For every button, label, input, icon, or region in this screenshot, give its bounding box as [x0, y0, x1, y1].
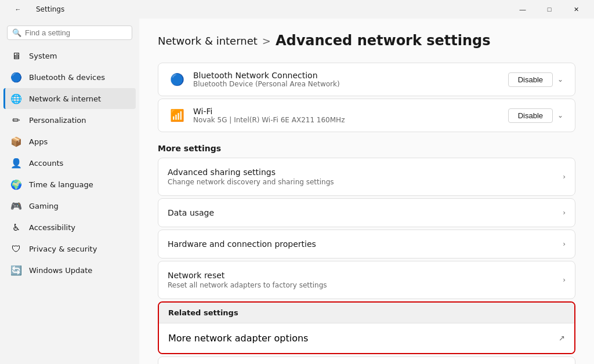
sidebar-item-gaming[interactable]: 🎮 Gaming	[3, 195, 136, 216]
advanced-sharing-desc: Change network discovery and sharing set…	[168, 178, 334, 186]
breadcrumb-parent: Network & internet	[158, 35, 258, 47]
wifi-icon: 📶	[168, 106, 186, 125]
settings-row-data-usage[interactable]: Data usage ›	[158, 198, 575, 227]
data-usage-chevron-icon: ›	[563, 209, 566, 217]
sidebar-item-network[interactable]: 🌐 Network & internet	[3, 88, 136, 109]
sidebar-label-privacy: Privacy & security	[29, 245, 97, 253]
settings-row-network-reset[interactable]: Network reset Reset all network adapters…	[158, 261, 575, 299]
titlebar-title: Settings	[36, 5, 64, 13]
advanced-sharing-title: Advanced sharing settings	[168, 168, 334, 177]
gaming-icon: 🎮	[10, 200, 22, 212]
network-card-wifi: 📶 Wi-Fi Novak 5G | Intel(R) Wi-Fi 6E AX2…	[158, 99, 575, 132]
network-reset-text: Network reset Reset all network adapters…	[168, 271, 327, 289]
bluetooth-desc: Bluetooth Device (Personal Area Network)	[193, 80, 501, 88]
related-settings-header: Related settings	[159, 303, 574, 323]
system-icon: 🖥	[10, 50, 22, 61]
sidebar-label-update: Windows Update	[29, 266, 92, 275]
time-icon: 🌍	[10, 179, 22, 190]
sidebar-item-update[interactable]: 🔄 Windows Update	[3, 260, 136, 281]
wifi-disable-button[interactable]: Disable	[508, 108, 553, 123]
advanced-sharing-text: Advanced sharing settings Change network…	[168, 168, 334, 186]
personalization-icon: ✏	[10, 114, 22, 126]
network-adapter-options-external-icon: ↗	[559, 334, 565, 343]
sidebar-items-container: 🖥 System 🔵 Bluetooth & devices 🌐 Network…	[0, 45, 139, 281]
bluetooth-icon: 🔵	[10, 71, 22, 83]
breadcrumb-separator: >	[262, 35, 271, 47]
sidebar-item-system[interactable]: 🖥 System	[3, 45, 136, 66]
sidebar-item-personalization[interactable]: ✏ Personalization	[3, 110, 136, 130]
network-adapters-list: 🔵 Bluetooth Network Connection Bluetooth…	[158, 63, 575, 132]
settings-row-hardware-connection[interactable]: Hardware and connection properties ›	[158, 230, 575, 259]
sidebar-label-personalization: Personalization	[29, 116, 86, 125]
settings-row-advanced-sharing[interactable]: Advanced sharing settings Change network…	[158, 158, 575, 196]
sidebar-label-bluetooth: Bluetooth & devices	[29, 73, 105, 82]
sidebar-label-network: Network & internet	[29, 94, 101, 103]
related-settings-section: Related settings More network adapter op…	[158, 301, 575, 354]
network-reset-chevron-icon: ›	[563, 276, 566, 284]
related-settings-list: More network adapter options ↗	[159, 323, 574, 353]
sidebar-item-accounts[interactable]: 👤 Accounts	[3, 152, 136, 173]
bluetooth-icon: 🔵	[168, 70, 186, 89]
search-input[interactable]	[25, 28, 127, 37]
bluetooth-name: Bluetooth Network Connection	[193, 71, 501, 80]
network-card-bluetooth: 🔵 Bluetooth Network Connection Bluetooth…	[158, 63, 575, 96]
bluetooth-expand-button[interactable]: ⌄	[555, 73, 566, 86]
minimize-button[interactable]: —	[509, 0, 536, 19]
sidebar-label-apps: Apps	[29, 137, 48, 146]
wifi-controls: Disable ⌄	[508, 108, 566, 123]
titlebar-controls: — □ ✕	[509, 0, 589, 19]
sidebar-item-accessibility[interactable]: ♿ Accessibility	[3, 217, 136, 238]
wifi-name: Wi-Fi	[193, 107, 501, 116]
close-button[interactable]: ✕	[563, 0, 589, 19]
back-button[interactable]: ←	[5, 0, 31, 19]
network-icon: 🌐	[10, 93, 22, 104]
accessibility-icon: ♿	[10, 221, 22, 233]
wifi-desc: Novak 5G | Intel(R) Wi-Fi 6E AX211 160MH…	[193, 116, 501, 124]
update-icon: 🔄	[10, 264, 22, 276]
hardware-connection-text: Hardware and connection properties	[168, 239, 316, 249]
breadcrumb: Network & internet > Advanced network se…	[158, 32, 575, 49]
sidebar-item-privacy[interactable]: 🛡 Privacy & security	[3, 238, 136, 259]
sidebar-item-time[interactable]: 🌍 Time & language	[3, 174, 136, 195]
titlebar-left: ← Settings	[5, 0, 64, 19]
sidebar-label-accessibility: Accessibility	[29, 223, 75, 232]
more-settings-list: Advanced sharing settings Change network…	[158, 158, 575, 299]
sidebar-item-bluetooth[interactable]: 🔵 Bluetooth & devices	[3, 67, 136, 88]
advanced-sharing-chevron-icon: ›	[563, 173, 566, 181]
bluetooth-disable-button[interactable]: Disable	[508, 72, 553, 87]
breadcrumb-current: Advanced network settings	[276, 32, 491, 49]
network-adapter-options-title: More network adapter options	[168, 333, 308, 344]
bluetooth-controls: Disable ⌄	[508, 72, 566, 87]
titlebar: ← Settings — □ ✕	[0, 0, 594, 19]
sidebar-label-accounts: Accounts	[29, 159, 63, 168]
wifi-expand-button[interactable]: ⌄	[555, 109, 566, 122]
search-icon: 🔍	[12, 28, 21, 37]
privacy-icon: 🛡	[10, 243, 22, 254]
hardware-connection-chevron-icon: ›	[563, 240, 566, 248]
sidebar-label-time: Time & language	[29, 180, 93, 189]
app-body: 🔍 🖥 System 🔵 Bluetooth & devices 🌐 Netwo…	[0, 19, 594, 364]
network-reset-title: Network reset	[168, 271, 327, 280]
wifi-info: Wi-Fi Novak 5G | Intel(R) Wi-Fi 6E AX211…	[193, 107, 501, 124]
related-row-network-adapter-options[interactable]: More network adapter options ↗	[159, 323, 574, 353]
search-box[interactable]: 🔍	[7, 26, 132, 40]
bluetooth-info: Bluetooth Network Connection Bluetooth D…	[193, 71, 501, 88]
more-settings-title: More settings	[158, 144, 575, 153]
sidebar: 🔍 🖥 System 🔵 Bluetooth & devices 🌐 Netwo…	[0, 19, 139, 364]
data-usage-text: Data usage	[168, 208, 214, 217]
sidebar-label-gaming: Gaming	[29, 202, 59, 210]
maximize-button[interactable]: □	[536, 0, 563, 19]
hardware-connection-title: Hardware and connection properties	[168, 239, 316, 249]
apps-icon: 📦	[10, 136, 22, 147]
main-panel: Network & internet > Advanced network se…	[139, 19, 594, 364]
sidebar-item-apps[interactable]: 📦 Apps	[3, 131, 136, 152]
windows-firewall-row[interactable]: Windows Firewall ↗	[158, 356, 575, 364]
network-reset-desc: Reset all network adapters to factory se…	[168, 281, 327, 289]
data-usage-title: Data usage	[168, 208, 214, 217]
accounts-icon: 👤	[10, 157, 22, 169]
sidebar-label-system: System	[29, 52, 57, 60]
